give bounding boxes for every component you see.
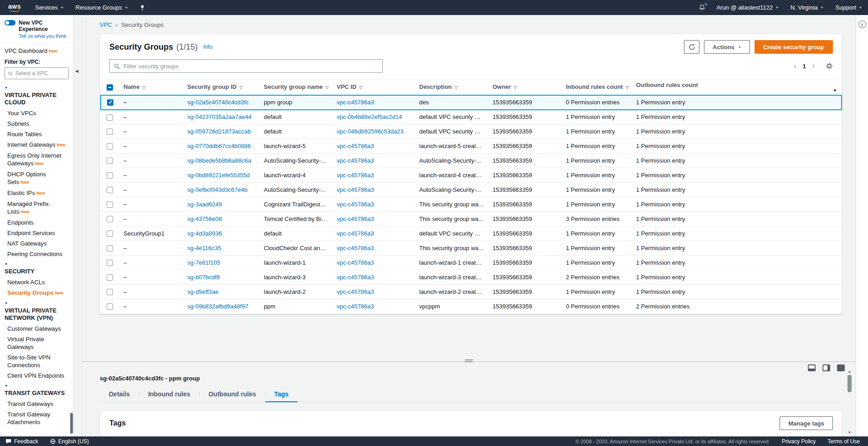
tab-outbound-rules[interactable]: Outbound rules bbox=[199, 387, 265, 402]
row-checkbox[interactable] bbox=[107, 172, 113, 179]
row-checkbox[interactable] bbox=[107, 245, 113, 251]
sidebar-item-peering-connections[interactable]: Peering Connections bbox=[0, 249, 73, 259]
row-checkbox[interactable] bbox=[107, 99, 113, 106]
security-group-id-link[interactable]: sg-08bede5b8b6a88c6a bbox=[187, 157, 251, 164]
table-row[interactable]: – sg-0770ddb67cc4b0886 launch-wizard-5 v… bbox=[101, 139, 842, 154]
sidebar-item-network-acls[interactable]: Network ACLs bbox=[0, 277, 73, 287]
section-collapse-icon[interactable]: ▼ bbox=[0, 259, 73, 267]
sidebar-item-subnets[interactable]: Subnets bbox=[0, 118, 73, 129]
row-checkbox[interactable] bbox=[107, 187, 113, 193]
tell-us-link[interactable]: Tell us what you think bbox=[19, 33, 69, 39]
filter-icon[interactable]: ▽ bbox=[142, 85, 145, 90]
section-collapse-icon[interactable]: ▼ bbox=[0, 83, 73, 90]
panel-position-bottom-icon[interactable] bbox=[808, 364, 816, 371]
row-checkbox[interactable] bbox=[107, 128, 113, 135]
panel-position-side-icon[interactable] bbox=[822, 364, 830, 371]
filter-icon[interactable]: ▽ bbox=[359, 85, 362, 90]
row-checkbox[interactable] bbox=[107, 260, 113, 266]
table-row[interactable]: – sg-43756e08 Tomcat Certified by Bit...… bbox=[101, 212, 842, 226]
current-page-number[interactable]: 1 bbox=[802, 63, 806, 70]
previous-page-button[interactable]: ‹ bbox=[794, 62, 796, 70]
table-row[interactable]: – sg-0efbcf043d3c67e4b AutoScaling-Secur… bbox=[101, 183, 842, 197]
pinned-shortcut-button[interactable] bbox=[134, 0, 151, 15]
table-row[interactable]: – sg-08bede5b8b6a88c6a AutoScaling-Secur… bbox=[101, 154, 842, 168]
support-menu[interactable]: Support ▼ bbox=[830, 0, 868, 15]
tab-tags[interactable]: Tags bbox=[265, 387, 298, 402]
security-group-id-link[interactable]: sg-0bd89221efe55355d bbox=[187, 172, 250, 179]
sort-ascending-icon[interactable]: ▲ bbox=[833, 87, 837, 92]
services-menu[interactable]: Services ▼ bbox=[29, 0, 70, 15]
next-page-button[interactable]: › bbox=[812, 62, 815, 70]
row-checkbox[interactable] bbox=[107, 289, 113, 295]
vpc-filter-select[interactable] bbox=[5, 67, 69, 79]
vpc-id-link[interactable]: vpc-c45786a3 bbox=[337, 230, 374, 237]
actions-button[interactable]: Actions ▼ bbox=[704, 40, 750, 54]
security-group-id-link[interactable]: sg-4d3a8936 bbox=[187, 230, 222, 237]
scroll-down-icon[interactable]: ▼ bbox=[848, 431, 852, 435]
table-row[interactable]: – sg-059726d21873accab default vpc-046db… bbox=[101, 124, 842, 139]
security-group-id-link[interactable]: sg-09b832afbd9a48f97 bbox=[187, 303, 248, 310]
security-group-id-link[interactable]: sg-b07bcdf8 bbox=[187, 274, 220, 281]
filter-icon[interactable]: ▽ bbox=[239, 85, 242, 90]
sidebar-item-internet-gateways[interactable]: Internet GatewaysNew bbox=[0, 139, 73, 150]
vpc-id-link[interactable]: vpc-c45786a3 bbox=[337, 303, 374, 310]
table-row[interactable]: – sg-02a5c40740c4cd3fc ppm group vpc-c45… bbox=[101, 95, 842, 110]
scroll-up-icon[interactable]: ▲ bbox=[848, 369, 852, 374]
tab-details[interactable]: Details bbox=[100, 387, 139, 402]
row-checkbox[interactable] bbox=[107, 274, 113, 281]
security-group-id-link[interactable]: sg-7e81f105 bbox=[187, 259, 220, 266]
create-security-group-button[interactable]: Create security group bbox=[755, 40, 833, 54]
vpc-id-link[interactable]: vpc-0b4b88e2ef5ac2d14 bbox=[337, 113, 402, 120]
sidebar-item-vpc-dashboard[interactable]: VPC DashboardNew bbox=[0, 43, 73, 56]
vpc-id-link[interactable]: vpc-c45786a3 bbox=[337, 259, 374, 266]
section-collapse-icon[interactable]: ▼ bbox=[0, 381, 73, 388]
account-menu[interactable]: Arun @ aliastest1122 ▼ bbox=[710, 0, 784, 15]
row-checkbox[interactable] bbox=[107, 231, 113, 237]
privacy-policy-link[interactable]: Privacy Policy bbox=[782, 438, 816, 445]
section-collapse-icon[interactable]: ▼ bbox=[0, 298, 73, 306]
table-row[interactable]: – sg-4e116c35 CloudCheckr Cost and ... v… bbox=[101, 241, 842, 256]
scrollbar-track[interactable] bbox=[847, 374, 852, 431]
vpc-id-link[interactable]: vpc-c45786a3 bbox=[337, 99, 374, 106]
table-row[interactable]: – sg-7e81f105 launch-wizard-1 vpc-c45786… bbox=[101, 256, 842, 270]
vpc-id-link[interactable]: vpc-c45786a3 bbox=[337, 143, 374, 149]
sidebar-item-client-vpn-endpoints[interactable]: Client VPN Endpoints bbox=[0, 370, 73, 381]
security-group-id-link[interactable]: sg-3aad6249 bbox=[187, 201, 222, 208]
sidebar-item-site-to-site-vpn-connections[interactable]: Site-to-Site VPN Connections bbox=[0, 352, 73, 370]
select-all-checkbox[interactable] bbox=[107, 84, 113, 91]
info-icon[interactable]: i bbox=[858, 21, 866, 28]
row-checkbox[interactable] bbox=[107, 303, 113, 310]
security-group-id-link[interactable]: sg-0770ddb67cc4b0886 bbox=[187, 143, 251, 149]
new-experience-toggle[interactable] bbox=[5, 20, 15, 26]
row-checkbox[interactable] bbox=[107, 201, 113, 208]
row-checkbox[interactable] bbox=[107, 114, 113, 121]
aws-logo[interactable]: aws bbox=[0, 0, 29, 15]
sidebar-item-customer-gateways[interactable]: Customer Gateways bbox=[0, 323, 73, 334]
filter-security-groups-input[interactable] bbox=[123, 63, 378, 70]
row-checkbox[interactable] bbox=[107, 216, 113, 222]
panel-maximize-icon[interactable] bbox=[837, 364, 845, 371]
refresh-button[interactable] bbox=[684, 40, 699, 54]
row-checkbox[interactable] bbox=[107, 158, 113, 164]
sidebar-item-endpoint-services[interactable]: Endpoint Services bbox=[0, 228, 73, 238]
sidebar-item-dhcp-options-sets[interactable]: DHCP Options SetsNew bbox=[0, 169, 73, 188]
security-group-id-link[interactable]: sg-43756e08 bbox=[187, 215, 222, 222]
region-menu[interactable]: N. Virginia ▼ bbox=[785, 0, 830, 15]
breadcrumb-vpc-link[interactable]: VPC bbox=[100, 21, 112, 28]
info-link[interactable]: Info bbox=[203, 44, 212, 50]
table-row[interactable]: – sg-0bd89221efe55355d launch-wizard-4 v… bbox=[101, 168, 842, 183]
manage-tags-button[interactable]: Manage tags bbox=[780, 416, 833, 430]
sidebar-item-transit-gateway-attachments[interactable]: Transit Gateway Attachments bbox=[0, 409, 73, 427]
sidebar-item-virtual-private-gateways[interactable]: Virtual Private Gateways bbox=[0, 334, 73, 352]
sidebar-item-route-tables[interactable]: Route Tables bbox=[0, 129, 73, 139]
table-row[interactable]: SecurityGroup1 sg-4d3a8936 default vpc-c… bbox=[101, 226, 842, 241]
vpc-id-link[interactable]: vpc-c45786a3 bbox=[337, 186, 374, 193]
vpc-id-link[interactable]: vpc-c45786a3 bbox=[337, 245, 374, 251]
filter-icon[interactable]: ▽ bbox=[626, 85, 629, 90]
vpc-id-link[interactable]: vpc-c45786a3 bbox=[337, 201, 374, 208]
vpc-filter-input[interactable] bbox=[15, 70, 65, 77]
filter-icon[interactable]: ▽ bbox=[514, 85, 517, 90]
row-checkbox[interactable] bbox=[107, 143, 113, 149]
security-group-id-link[interactable]: sg-04237035a2aa7ae44 bbox=[187, 113, 252, 120]
language-selector[interactable]: English (US) bbox=[50, 438, 89, 445]
